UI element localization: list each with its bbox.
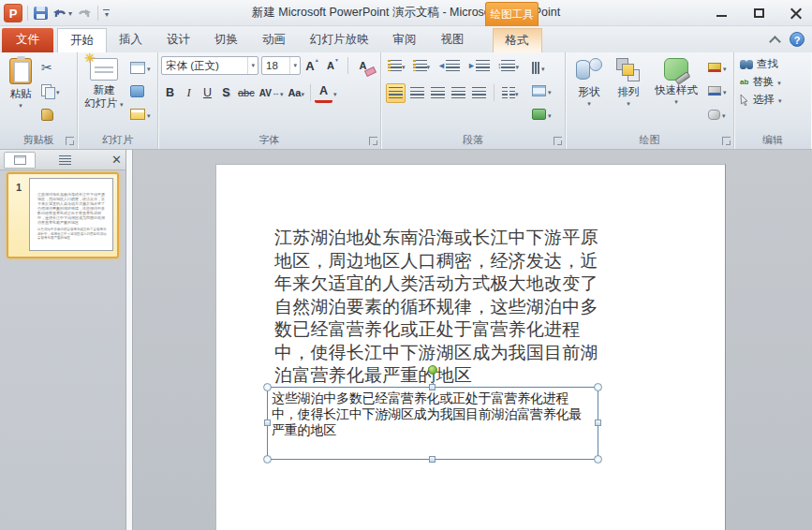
tab-transitions[interactable]: 切换: [202, 28, 250, 52]
resize-handle-top[interactable]: [429, 384, 436, 390]
tab-view[interactable]: 视图: [429, 28, 477, 52]
resize-handle-bottom-right[interactable]: [594, 455, 602, 464]
shapes-button[interactable]: 形状 ▾: [569, 54, 609, 127]
slide-body-text[interactable]: 江苏湖泊地处东南沿海或长江中下游平原地区，周边地区人口稠密，经济发达，近年来欠适…: [274, 227, 606, 388]
underline-button[interactable]: U: [199, 83, 216, 103]
slide-editing-area: 江苏湖泊地处东南沿海或长江中下游平原地区，周边地区人口稠密，经济发达，近年来欠适…: [133, 150, 812, 530]
line-spacing-button[interactable]: ↕▾: [495, 56, 521, 76]
selected-textbox[interactable]: 这些湖泊中多数已经富营养化或正处于富营养化进程中，使得长江中下游湖区成为我国目前…: [267, 387, 598, 460]
text-shadow-button[interactable]: S: [217, 83, 235, 103]
text-direction-button[interactable]: ▾: [530, 57, 554, 78]
cut-icon: ✂: [41, 61, 52, 74]
font-name-dropdown-icon[interactable]: ▾: [247, 57, 258, 74]
shrink-font-button[interactable]: A: [324, 56, 342, 76]
font-color-dropdown-icon[interactable]: ▾: [333, 91, 337, 97]
grow-font-button[interactable]: A: [303, 56, 321, 76]
character-spacing-button[interactable]: AV↔▾: [258, 83, 286, 103]
find-button[interactable]: 查找: [740, 57, 811, 71]
ribbon: 粘贴 ▾ ✂ ▾ 剪贴板 新建幻灯片 ▾ ▾ ▾ 幻灯片: [0, 52, 812, 150]
font-color-button[interactable]: A: [315, 83, 332, 103]
new-slide-dropdown-icon[interactable]: ▾: [120, 101, 124, 108]
slide-thumbnail-selected[interactable]: 1 江苏湖泊地处东南沿海或长江中下游平原地区，周边地区人口稠密，经济发达，近年来…: [7, 172, 119, 258]
increase-indent-button[interactable]: ►: [465, 56, 492, 76]
group-label-drawing: 绘图: [566, 133, 733, 147]
tab-format[interactable]: 格式: [493, 28, 542, 52]
slides-tab[interactable]: [4, 152, 36, 169]
tab-slideshow[interactable]: 幻灯片放映: [298, 28, 381, 52]
section-icon: [130, 109, 145, 120]
paste-button[interactable]: 粘贴 ▾: [2, 54, 39, 127]
tab-animations[interactable]: 动画: [250, 28, 298, 52]
resize-handle-top-right[interactable]: [594, 383, 602, 391]
tab-insert[interactable]: 插入: [107, 28, 155, 52]
quick-styles-button[interactable]: 快速样式 ▾: [648, 54, 704, 127]
font-dialog-launcher-icon[interactable]: [369, 137, 377, 145]
convert-smartart-button[interactable]: ▾: [530, 104, 554, 125]
replace-dropdown-icon: ▾: [777, 80, 781, 86]
panel-splitter[interactable]: [126, 150, 133, 530]
replace-button[interactable]: ab替换▾: [740, 75, 811, 89]
align-center-button[interactable]: [408, 83, 426, 103]
slide-layout-button[interactable]: ▾: [128, 57, 153, 78]
copy-button[interactable]: ▾: [39, 81, 62, 101]
change-case-button[interactable]: Aa▾: [286, 83, 306, 103]
numbering-button[interactable]: ▾: [411, 56, 433, 76]
maximize-button[interactable]: [748, 5, 769, 22]
select-dropdown-icon: ▾: [778, 97, 782, 104]
close-button[interactable]: [786, 5, 806, 22]
justify-button[interactable]: [450, 83, 467, 103]
slide-canvas[interactable]: 江苏湖泊地处东南沿海或长江中下游平原地区，周边地区人口稠密，经济发达，近年来欠适…: [215, 164, 726, 530]
bold-button[interactable]: B: [161, 83, 179, 103]
minimize-button[interactable]: [711, 5, 731, 22]
help-button[interactable]: ?: [790, 32, 805, 47]
group-label-font: 字体: [158, 133, 380, 147]
section-button[interactable]: ▾: [128, 104, 153, 125]
tab-home[interactable]: 开始: [57, 28, 107, 52]
new-slide-button[interactable]: 新建幻灯片 ▾: [80, 54, 128, 127]
window-title: 新建 Microsoft PowerPoint 演示文稿 - Microsoft…: [0, 0, 812, 25]
tab-design[interactable]: 设计: [155, 28, 202, 52]
format-painter-button[interactable]: [39, 104, 62, 125]
align-text-button[interactable]: ▾: [530, 81, 554, 101]
copy-dropdown-icon[interactable]: ▾: [56, 89, 60, 96]
bullets-button[interactable]: ▾: [386, 56, 407, 76]
tab-review[interactable]: 审阅: [381, 28, 429, 52]
reset-slide-button[interactable]: [128, 81, 153, 101]
resize-handle-bottom[interactable]: [429, 456, 436, 463]
outline-tab-icon: [59, 155, 71, 165]
paste-dropdown-icon[interactable]: ▾: [19, 102, 22, 109]
arrange-button[interactable]: 排列 ▾: [609, 54, 648, 127]
align-right-button[interactable]: [429, 83, 447, 103]
resize-handle-bottom-left[interactable]: [263, 455, 272, 464]
shape-fill-button[interactable]: ▾: [706, 57, 729, 78]
align-left-icon: [389, 87, 403, 98]
strikethrough-button[interactable]: abc: [236, 83, 257, 103]
outline-tab[interactable]: [49, 152, 81, 169]
resize-handle-right[interactable]: [595, 420, 601, 426]
clipboard-dialog-launcher-icon[interactable]: [66, 137, 74, 145]
clear-formatting-button[interactable]: A: [354, 56, 372, 76]
drawing-dialog-launcher-icon[interactable]: [722, 137, 731, 145]
resize-handle-top-left[interactable]: [263, 383, 272, 391]
font-name-combo[interactable]: 宋体 (正文) ▾: [161, 56, 258, 75]
resize-handle-left[interactable]: [264, 420, 271, 426]
columns-button[interactable]: ▾: [500, 83, 521, 103]
cut-button[interactable]: ✂: [39, 57, 62, 78]
italic-button[interactable]: I: [180, 83, 198, 103]
font-size-combo[interactable]: 18 ▾: [261, 56, 301, 75]
change-case-label: Aa: [288, 87, 301, 98]
select-button[interactable]: 选择▾: [740, 93, 811, 107]
collapse-ribbon-icon[interactable]: [771, 37, 780, 42]
tab-file[interactable]: 文件: [2, 28, 53, 52]
shape-outline-button[interactable]: ▾: [706, 81, 729, 101]
rotation-handle[interactable]: [428, 365, 437, 375]
panel-close-button[interactable]: ✕: [111, 153, 122, 167]
textbox-text[interactable]: 这些湖泊中多数已经富营养化或正处于富营养化进程中，使得长江中下游湖区成为我国目前…: [268, 388, 598, 441]
columns-dropdown-icon: ▾: [515, 91, 519, 97]
shape-effects-button[interactable]: ▾: [706, 104, 729, 125]
paragraph-dialog-launcher-icon[interactable]: [554, 137, 562, 145]
align-left-button[interactable]: [386, 83, 406, 103]
distribute-button[interactable]: [470, 83, 488, 103]
font-size-dropdown-icon[interactable]: ▾: [289, 57, 300, 74]
decrease-indent-button[interactable]: ◄: [436, 56, 462, 76]
